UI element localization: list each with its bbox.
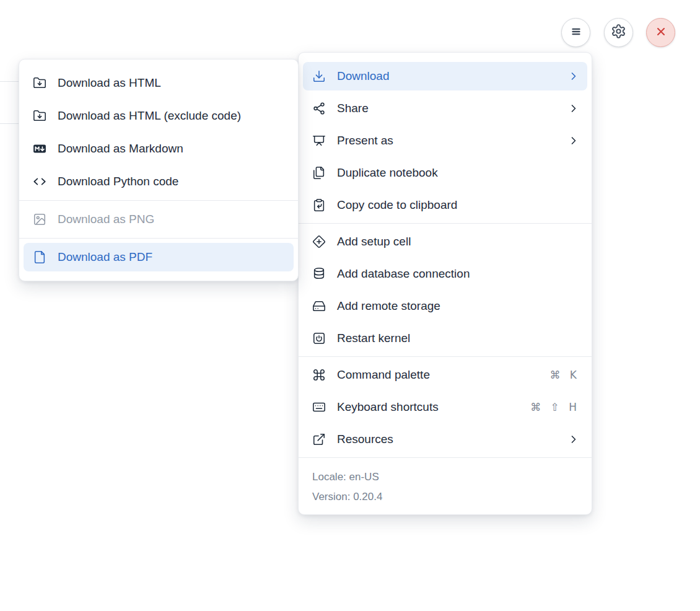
menu-item-label: Copy code to clipboard	[337, 198, 580, 212]
menu-item-share[interactable]: Share	[303, 94, 587, 123]
folder-down-icon	[33, 76, 46, 90]
submenu-item-download-pdf[interactable]: Download as PDF	[24, 243, 294, 271]
markdown-icon	[33, 142, 46, 156]
menu-item-label: Add database connection	[337, 267, 580, 281]
menu-item-copy-code[interactable]: Copy code to clipboard	[303, 191, 587, 219]
background-divider	[0, 123, 19, 124]
menu-item-resources[interactable]: Resources	[303, 425, 587, 454]
settings-button[interactable]	[604, 18, 633, 47]
duplicate-icon	[312, 166, 326, 180]
menu-item-present-as[interactable]: Present as	[303, 126, 587, 155]
code-icon	[33, 175, 46, 188]
menu-item-label: Add remote storage	[337, 299, 580, 313]
diamond-plus-icon	[312, 235, 326, 248]
submenu-item-download-html[interactable]: Download as HTML	[24, 69, 294, 97]
clipboard-copy-icon	[312, 198, 326, 212]
external-link-icon	[312, 433, 326, 446]
shortcut-hint: ⌘ ⇧ H	[530, 401, 580, 413]
submenu-item-download-html-exclude-code[interactable]: Download as HTML (exclude code)	[24, 102, 294, 130]
hamburger-icon	[568, 24, 584, 42]
presentation-icon	[312, 134, 326, 147]
menu-item-label: Download as HTML (exclude code)	[58, 109, 286, 123]
locale-label: Locale: en-US	[312, 471, 582, 483]
menu-item-keyboard-shortcuts[interactable]: Keyboard shortcuts ⌘ ⇧ H	[303, 393, 587, 421]
menu-item-label: Download as PNG	[58, 213, 286, 226]
file-icon	[33, 250, 46, 264]
keyboard-icon	[312, 400, 326, 414]
menu-item-add-setup-cell[interactable]: Add setup cell	[303, 227, 587, 256]
menu-item-command-palette[interactable]: Command palette ⌘ K	[303, 361, 587, 389]
menu-item-duplicate-notebook[interactable]: Duplicate notebook	[303, 159, 587, 187]
menu-item-add-remote-storage[interactable]: Add remote storage	[303, 292, 587, 320]
menu-separator	[299, 457, 592, 458]
notebook-menu-button[interactable]	[561, 18, 590, 47]
shutdown-button[interactable]	[646, 18, 675, 47]
close-icon	[654, 24, 668, 42]
menu-item-download[interactable]: Download	[303, 62, 587, 90]
download-icon	[312, 69, 326, 83]
menu-item-label: Add setup cell	[337, 235, 580, 248]
menu-item-label: Download as Markdown	[58, 142, 286, 156]
database-icon	[312, 267, 326, 281]
submenu-item-download-python-code[interactable]: Download Python code	[24, 167, 294, 196]
menu-item-label: Download as PDF	[58, 250, 286, 264]
chevron-right-icon	[567, 134, 580, 147]
chevron-right-icon	[567, 102, 580, 115]
folder-down-icon	[33, 109, 46, 123]
menu-separator	[19, 238, 298, 239]
notebook-menu: Download Share Present as Duplicate note…	[298, 52, 592, 515]
menu-separator	[299, 223, 592, 224]
menu-item-label: Share	[337, 102, 556, 115]
background-divider	[0, 81, 19, 82]
shortcut-hint: ⌘ K	[549, 369, 580, 381]
menu-item-label: Keyboard shortcuts	[337, 400, 519, 414]
chevron-right-icon	[567, 433, 580, 446]
menu-item-label: Present as	[337, 134, 556, 147]
power-icon	[312, 332, 326, 345]
menu-item-label: Download	[337, 69, 556, 83]
menu-item-label: Command palette	[337, 368, 538, 382]
hard-drive-icon	[312, 299, 326, 313]
menu-separator	[19, 200, 298, 201]
menu-item-label: Resources	[337, 433, 556, 446]
share-icon	[312, 102, 326, 115]
menu-item-label: Download as HTML	[58, 76, 286, 90]
menu-item-label: Duplicate notebook	[337, 166, 580, 180]
menu-item-restart-kernel[interactable]: Restart kernel	[303, 324, 587, 353]
command-icon	[312, 368, 326, 382]
menu-item-label: Restart kernel	[337, 332, 580, 345]
image-icon	[33, 213, 46, 226]
gear-icon	[611, 24, 626, 42]
submenu-item-download-png: Download as PNG	[24, 205, 294, 234]
menu-footer: Locale: en-US Version: 0.20.4	[303, 461, 587, 509]
version-label: Version: 0.20.4	[312, 491, 582, 503]
menu-item-label: Download Python code	[58, 175, 286, 188]
submenu-item-download-markdown[interactable]: Download as Markdown	[24, 134, 294, 163]
menu-separator	[299, 356, 592, 357]
menu-item-add-database-connection[interactable]: Add database connection	[303, 260, 587, 288]
chevron-right-icon	[567, 70, 580, 82]
download-submenu: Download as HTML Download as HTML (exclu…	[19, 59, 299, 281]
